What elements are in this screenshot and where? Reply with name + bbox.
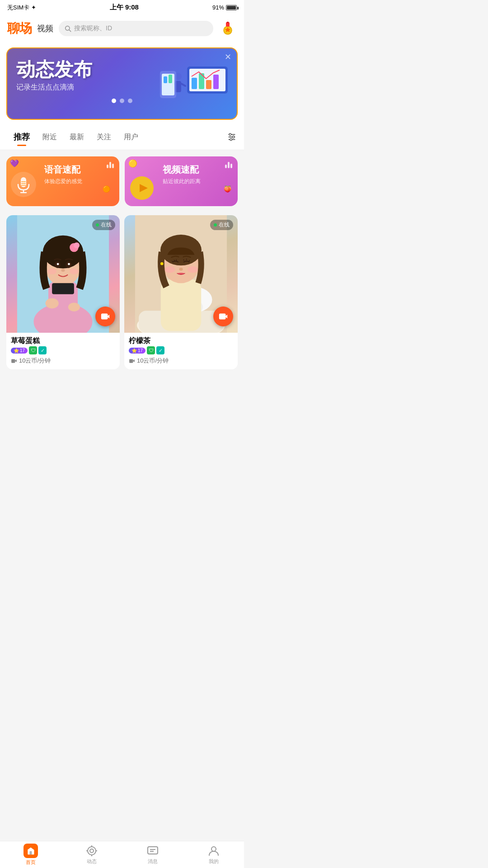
online-text-1: 在线 (101, 221, 112, 229)
svg-rect-10 (206, 80, 211, 89)
video-card-title: 视频速配 (163, 164, 231, 176)
svg-rect-77 (129, 359, 133, 363)
filter-button[interactable] (227, 132, 237, 142)
orange-decor: 🟠 (103, 185, 110, 193)
user-badges-1: ⭐ 17 🛡 ✓ (11, 346, 115, 354)
tab-users[interactable]: 用户 (117, 130, 145, 145)
user-photo-2: 在线 (124, 215, 238, 333)
shield-badge-1: 🛡 (29, 346, 37, 354)
video-call-icon-2 (218, 311, 228, 321)
match-cards-row: 语音速配 体验恋爱的感觉 (0, 150, 244, 211)
banner-wrapper: ✕ 动态发布 记录生活点点滴滴 (0, 42, 244, 125)
online-dot-2 (214, 223, 217, 226)
tab-following[interactable]: 关注 (90, 130, 117, 145)
online-text-2: 在线 (219, 221, 230, 229)
online-dot-1 (96, 223, 99, 226)
filter-icon (227, 132, 237, 142)
svg-rect-52 (52, 283, 74, 294)
user-badges-2: ⭐ 17 🛡 ✓ (129, 346, 233, 354)
tab-nearby[interactable]: 附近 (36, 130, 63, 145)
svg-point-76 (160, 262, 164, 265)
svg-marker-78 (133, 359, 135, 362)
svg-point-46 (68, 263, 70, 265)
svg-rect-8 (192, 78, 197, 89)
tab-latest[interactable]: 最新 (63, 130, 90, 145)
banner[interactable]: ✕ 动态发布 记录生活点点滴滴 (6, 47, 238, 120)
svg-point-40 (43, 236, 83, 269)
medal-button[interactable] (219, 19, 237, 38)
video-match-card[interactable]: 视频速配 贴近彼此的距离 🟡 🍑 (125, 156, 238, 206)
svg-rect-11 (213, 75, 219, 89)
svg-rect-63 (161, 279, 201, 331)
svg-line-69 (176, 259, 177, 261)
user-card-1[interactable]: 在线 草莓蛋糕 ⭐ 17 🛡 ✓ (6, 215, 120, 369)
svg-point-49 (70, 269, 79, 274)
svg-point-45 (57, 263, 59, 265)
video-card-sub: 贴近彼此的距离 (163, 178, 231, 185)
user-price-1: 10云币/分钟 (11, 357, 115, 365)
user-name-2: 柠檬茶 (129, 336, 233, 346)
status-right: 91% (212, 4, 237, 11)
app-header: 聊场 视频 搜索昵称、ID (0, 15, 244, 42)
online-badge-2: 在线 (210, 220, 233, 230)
svg-marker-54 (15, 359, 17, 362)
svg-point-25 (230, 138, 232, 141)
svg-line-70 (183, 259, 184, 261)
shield-badge-2: 🛡 (147, 346, 155, 354)
svg-line-1 (69, 30, 71, 32)
user-card-2[interactable]: 在线 柠檬茶 ⭐ 17 🛡 ✓ (124, 215, 238, 369)
star-badge-2: ⭐ 17 (129, 348, 145, 354)
check-badge-2: ✓ (156, 346, 164, 354)
video-call-btn-1[interactable] (95, 307, 115, 326)
sim-status: 无SIM卡 ✦ (7, 4, 36, 12)
tab-recommended[interactable]: 推荐 (7, 129, 36, 145)
banner-dot-3[interactable] (128, 99, 132, 103)
status-bar: 无SIM卡 ✦ 上午 9:08 91% (0, 0, 244, 15)
banner-illustration (160, 53, 232, 112)
camera-icon-2 (129, 358, 135, 364)
app-logo: 聊场 (7, 20, 32, 37)
svg-line-15 (181, 84, 185, 86)
battery-text: 91% (212, 4, 224, 11)
video-call-btn-2[interactable] (213, 307, 233, 326)
svg-rect-19 (169, 75, 172, 83)
svg-point-48 (47, 269, 56, 274)
svg-rect-18 (164, 76, 167, 83)
video-call-icon-1 (100, 311, 110, 321)
battery-icon (226, 5, 237, 10)
header-sub-title: 视频 (37, 23, 53, 34)
search-icon (64, 25, 71, 32)
svg-point-42 (74, 242, 80, 248)
filter-tabs: 推荐 附近 最新 关注 用户 (0, 125, 244, 150)
svg-point-75 (188, 266, 198, 273)
status-left: 无SIM卡 ✦ (7, 4, 36, 12)
svg-point-51 (68, 302, 80, 311)
user-price-2: 10云币/分钟 (129, 357, 233, 365)
camera-icon-1 (11, 358, 17, 364)
svg-point-23 (229, 133, 231, 136)
svg-point-73 (179, 268, 183, 271)
search-bar[interactable]: 搜索昵称、ID (59, 21, 213, 36)
svg-point-24 (232, 136, 235, 138)
user-grid: 在线 草莓蛋糕 ⭐ 17 🛡 ✓ (0, 211, 244, 374)
banner-dot-2[interactable] (120, 99, 124, 103)
check-badge-1: ✓ (38, 346, 47, 354)
user-card-info-2: 柠檬茶 ⭐ 17 🛡 ✓ 10云币/分钟 (124, 333, 238, 369)
online-badge-1: 在线 (92, 220, 115, 230)
voice-match-card[interactable]: 语音速配 体验恋爱的感觉 (6, 156, 119, 206)
banner-dot-1[interactable] (112, 99, 116, 103)
search-placeholder: 搜索昵称、ID (74, 24, 112, 33)
svg-point-50 (46, 298, 59, 309)
status-time: 上午 9:08 (110, 3, 139, 12)
svg-point-74 (165, 266, 175, 273)
user-name-1: 草莓蛋糕 (11, 336, 115, 346)
svg-rect-5 (227, 22, 229, 23)
medal-icon (221, 21, 235, 36)
svg-rect-53 (11, 359, 15, 363)
voice-card-sub: 体验恋爱的感觉 (44, 178, 113, 185)
user-card-info-1: 草莓蛋糕 ⭐ 17 🛡 ✓ 10云币/分钟 (6, 333, 120, 369)
voice-card-title: 语音速配 (44, 164, 113, 176)
svg-point-47 (61, 269, 65, 272)
user-photo-1: 在线 (6, 215, 120, 333)
star-badge-1: ⭐ 17 (11, 348, 28, 354)
